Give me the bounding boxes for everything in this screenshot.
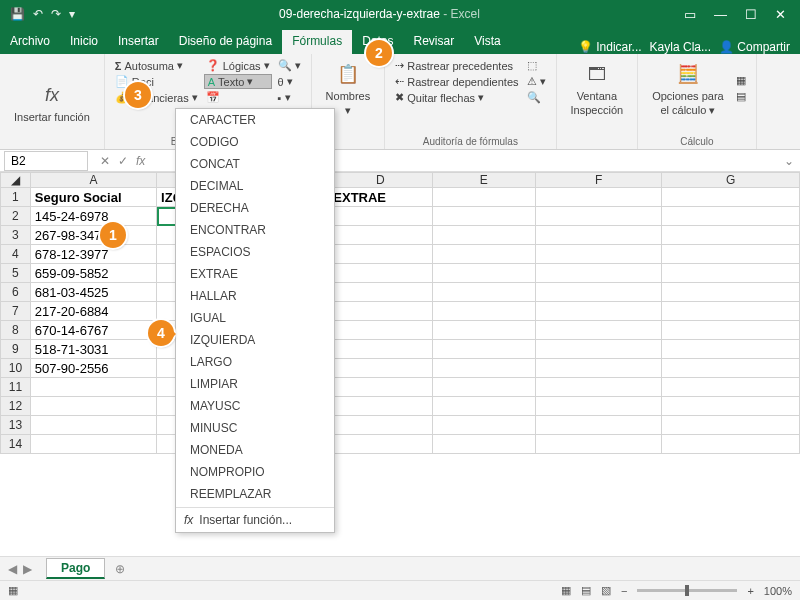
cell[interactable]: 518-71-3031 [30, 340, 156, 359]
tab-formulas[interactable]: Fórmulas [282, 30, 352, 54]
minimize-icon[interactable]: — [714, 7, 727, 22]
dropdown-item[interactable]: CARACTER [176, 109, 334, 131]
math-button[interactable]: θ▾ [276, 74, 303, 89]
cell[interactable]: 217-20-6884 [30, 302, 156, 321]
cell[interactable]: Seguro Social [30, 188, 156, 207]
col-header-D[interactable]: D [329, 173, 432, 188]
insert-function-button[interactable]: fx Insertar función [8, 79, 96, 125]
expand-formula-icon[interactable]: ⌄ [778, 154, 800, 168]
dropdown-item[interactable]: MAYUSC [176, 395, 334, 417]
tab-nav-next[interactable]: ▶ [23, 562, 32, 576]
zoom-slider[interactable] [637, 589, 737, 592]
spreadsheet-grid[interactable]: ◢ A B C D E F G 1 Seguro Social IZQ EXTR… [0, 172, 800, 454]
ribbon-options-icon[interactable]: ▭ [684, 7, 696, 22]
dropdown-item[interactable]: CODIGO [176, 131, 334, 153]
redo-icon[interactable]: ↷ [51, 7, 61, 21]
cell[interactable]: 670-14-6767 [30, 321, 156, 340]
calc-options-button[interactable]: 🧮 Opciones para el cálculo ▾ [646, 58, 730, 119]
view-break-icon[interactable]: ▧ [601, 584, 611, 597]
tab-archivo[interactable]: Archivo [0, 30, 60, 54]
dropdown-item[interactable]: ESPACIOS [176, 241, 334, 263]
new-sheet-button[interactable]: ⊕ [105, 562, 135, 576]
lookup-button[interactable]: 🔍▾ [276, 58, 303, 73]
name-box[interactable]: B2 [4, 151, 88, 171]
dropdown-scroll[interactable]: CARACTER CODIGO CONCAT DECIMAL DERECHA E… [176, 109, 334, 507]
tab-diseno[interactable]: Diseño de página [169, 30, 282, 54]
maximize-icon[interactable]: ☐ [745, 7, 757, 22]
date-button[interactable]: 📅 [204, 90, 272, 105]
tab-nav-prev[interactable]: ◀ [8, 562, 17, 576]
row-header[interactable]: 5 [1, 264, 31, 283]
calc-sheet[interactable]: ▤ [734, 89, 748, 104]
trace-dependents[interactable]: ⇠ Rastrear dependientes [393, 74, 520, 89]
view-layout-icon[interactable]: ▤ [581, 584, 591, 597]
col-header-F[interactable]: F [535, 173, 661, 188]
text-button[interactable]: A Texto ▾ [204, 74, 272, 89]
dropdown-item[interactable]: REEMPLAZAR [176, 483, 334, 505]
row-header[interactable]: 8 [1, 321, 31, 340]
cell[interactable]: 681-03-4525 [30, 283, 156, 302]
tab-revisar[interactable]: Revisar [404, 30, 465, 54]
view-normal-icon[interactable]: ▦ [561, 584, 571, 597]
user-account[interactable]: Kayla Cla... [650, 40, 711, 54]
dropdown-item[interactable]: MONEDA [176, 439, 334, 461]
row-header[interactable]: 1 [1, 188, 31, 207]
zoom-out-icon[interactable]: − [621, 585, 627, 597]
row-header[interactable]: 6 [1, 283, 31, 302]
cell-mode-icon[interactable]: ▦ [8, 584, 18, 597]
share-button[interactable]: 👤 Compartir [719, 40, 790, 54]
dropdown-item[interactable]: DECIMAL [176, 175, 334, 197]
undo-icon[interactable]: ↶ [33, 7, 43, 21]
insert-function-link[interactable]: fx Insertar función... [176, 507, 334, 532]
row-header[interactable]: 11 [1, 378, 31, 397]
watch-window-button[interactable]: 🗔 Ventana Inspección [565, 58, 630, 118]
show-formulas[interactable]: ⬚ [525, 58, 548, 73]
dropdown-item[interactable]: NOMPROPIO [176, 461, 334, 483]
recent-button[interactable]: 📄 Reci [113, 74, 200, 89]
row-header[interactable]: 3 [1, 226, 31, 245]
row-header[interactable]: 2 [1, 207, 31, 226]
dropdown-item[interactable]: IGUAL [176, 307, 334, 329]
cell[interactable]: 267-98-3477 [30, 226, 156, 245]
remove-arrows[interactable]: ✖ Quitar flechas ▾ [393, 90, 520, 105]
row-header[interactable]: 12 [1, 397, 31, 416]
dropdown-item[interactable]: DERECHA [176, 197, 334, 219]
row-header[interactable]: 13 [1, 416, 31, 435]
row-header[interactable]: 4 [1, 245, 31, 264]
cell[interactable]: 659-09-5852 [30, 264, 156, 283]
tab-insertar[interactable]: Insertar [108, 30, 169, 54]
enter-icon[interactable]: ✓ [118, 154, 128, 168]
row-header[interactable]: 10 [1, 359, 31, 378]
more-button[interactable]: ▪▾ [276, 90, 303, 105]
tell-me[interactable]: 💡 Indicar... [578, 40, 642, 54]
autosum-button[interactable]: Σ Autosuma ▾ [113, 58, 200, 73]
save-icon[interactable]: 💾 [10, 7, 25, 21]
tab-inicio[interactable]: Inicio [60, 30, 108, 54]
dropdown-item[interactable]: IZQUIERDA [176, 329, 334, 351]
cell[interactable]: 507-90-2556 [30, 359, 156, 378]
cancel-icon[interactable]: ✕ [100, 154, 110, 168]
row-header[interactable]: 14 [1, 435, 31, 454]
dropdown-item[interactable]: CONCAT [176, 153, 334, 175]
row-header[interactable]: 9 [1, 340, 31, 359]
row-header[interactable]: 7 [1, 302, 31, 321]
close-icon[interactable]: ✕ [775, 7, 786, 22]
dropdown-item[interactable]: ENCONTRAR [176, 219, 334, 241]
tab-vista[interactable]: Vista [464, 30, 510, 54]
fx-bar-icon[interactable]: fx [136, 154, 145, 168]
dropdown-item[interactable]: MINUSC [176, 417, 334, 439]
col-header-G[interactable]: G [662, 173, 800, 188]
dropdown-item[interactable]: EXTRAE [176, 263, 334, 285]
sheet-tab[interactable]: Pago [46, 558, 105, 579]
evaluate-formula[interactable]: 🔍 [525, 90, 548, 105]
select-all[interactable]: ◢ [1, 173, 31, 188]
dropdown-item[interactable]: HALLAR [176, 285, 334, 307]
dropdown-item[interactable]: LIMPIAR [176, 373, 334, 395]
cell[interactable]: 145-24-6978 [30, 207, 156, 226]
qat-dropdown-icon[interactable]: ▾ [69, 7, 75, 21]
col-header-A[interactable]: A [30, 173, 156, 188]
cell[interactable]: 678-12-3977 [30, 245, 156, 264]
cell[interactable]: EXTRAE [329, 188, 432, 207]
logic-button[interactable]: ❓ Lógicas ▾ [204, 58, 272, 73]
calc-now[interactable]: ▦ [734, 73, 748, 88]
